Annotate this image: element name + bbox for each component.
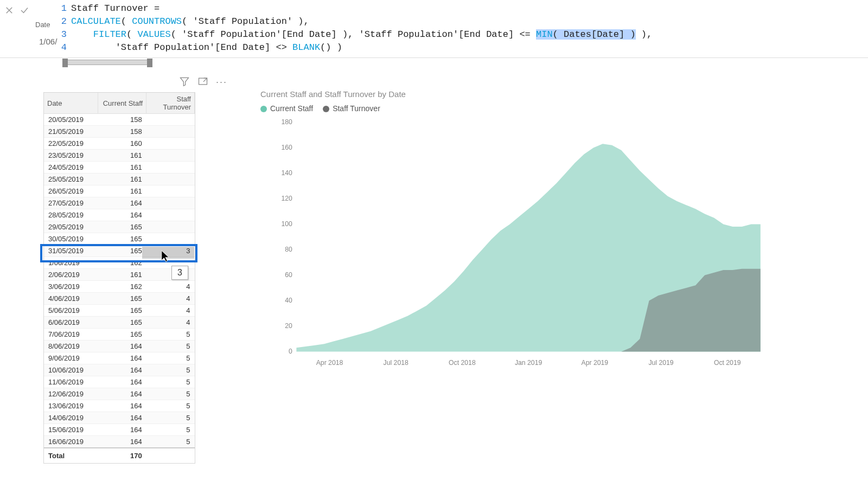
table-row[interactable]: 15/06/20191645 — [44, 424, 195, 436]
table-row[interactable]: 24/05/2019161 — [44, 162, 195, 174]
formula-bar[interactable]: 1Staff Turnover = 2CALCULATE( COUNTROWS(… — [0, 0, 868, 58]
svg-text:0: 0 — [289, 348, 292, 355]
table-row[interactable]: 4/06/20191654 — [44, 293, 195, 305]
table-row[interactable]: 20/05/2019158 — [44, 114, 195, 126]
filter-icon[interactable] — [179, 76, 190, 88]
svg-text:160: 160 — [281, 144, 292, 151]
axis-value-date: 1/06/ — [39, 37, 57, 46]
svg-text:Jul 2018: Jul 2018 — [384, 359, 409, 367]
svg-text:180: 180 — [281, 118, 292, 126]
table-row[interactable]: 3/06/20191624 — [44, 281, 195, 293]
table-row[interactable]: 12/06/20191645 — [44, 388, 195, 400]
table-row[interactable]: 23/05/2019161 — [44, 150, 195, 162]
table-row[interactable]: 26/05/2019161 — [44, 185, 195, 197]
legend-label-turnover: Staff Turnover — [333, 104, 380, 113]
svg-text:Apr 2018: Apr 2018 — [316, 359, 343, 367]
table-row[interactable]: 13/06/20191645 — [44, 400, 195, 412]
table-row[interactable]: 6/06/20191654 — [44, 317, 195, 329]
table-row[interactable]: 21/05/2019158 — [44, 126, 195, 138]
legend-swatch-turnover — [323, 106, 329, 112]
table-row[interactable]: 25/05/2019161 — [44, 174, 195, 185]
date-slider[interactable] — [64, 60, 151, 65]
svg-text:80: 80 — [285, 246, 292, 253]
svg-text:120: 120 — [281, 195, 292, 202]
chart-title: Current Staff and Staff Turnover by Date — [260, 89, 792, 99]
table-row[interactable]: 5/06/20191654 — [44, 305, 195, 317]
svg-text:Oct 2019: Oct 2019 — [714, 359, 741, 367]
svg-text:Jul 2019: Jul 2019 — [648, 359, 673, 367]
legend-swatch-current — [260, 106, 267, 112]
svg-text:Apr 2019: Apr 2019 — [582, 359, 609, 367]
table-row[interactable]: 8/06/20191645 — [44, 341, 195, 352]
table-row[interactable]: 22/05/2019160 — [44, 138, 195, 150]
svg-text:40: 40 — [285, 297, 292, 304]
table-row[interactable]: 28/05/2019164 — [44, 209, 195, 221]
table-row[interactable]: 30/05/2019165 — [44, 233, 195, 245]
svg-text:100: 100 — [281, 220, 292, 228]
commit-icon[interactable] — [20, 5, 29, 17]
table-row[interactable]: 14/06/20191645 — [44, 412, 195, 424]
more-options-icon[interactable]: ··· — [216, 76, 227, 88]
table-row[interactable]: 10/06/20191645 — [44, 364, 195, 376]
table-header-row: Date Current Staff Staff Turnover — [44, 93, 195, 114]
col-staff-turnover[interactable]: Staff Turnover — [146, 93, 195, 114]
table-row[interactable]: 11/06/20191645 — [44, 376, 195, 388]
svg-text:Jan 2019: Jan 2019 — [515, 359, 542, 367]
col-date[interactable]: Date — [44, 93, 98, 114]
dax-code[interactable]: 1Staff Turnover = 2CALCULATE( COUNTROWS(… — [57, 2, 868, 57]
col-current-staff[interactable]: Current Staff — [98, 93, 146, 114]
slider-handle-left[interactable] — [62, 59, 68, 67]
axis-label-date: Date — [35, 21, 50, 29]
svg-text:140: 140 — [281, 169, 292, 177]
legend-label-current: Current Staff — [270, 104, 313, 113]
slider-handle-right[interactable] — [147, 59, 152, 67]
chart-legend: Current Staff Staff Turnover — [260, 104, 792, 113]
cell-tooltip: 3 — [171, 266, 188, 280]
table-row[interactable]: 9/06/20191645 — [44, 352, 195, 364]
svg-text:60: 60 — [285, 271, 292, 279]
cancel-icon[interactable] — [4, 5, 14, 17]
table-row[interactable]: 7/06/20191655 — [44, 329, 195, 341]
svg-text:20: 20 — [285, 322, 292, 330]
table-row[interactable]: 31/05/20191653 — [44, 245, 195, 257]
mouse-cursor-icon — [161, 249, 170, 264]
svg-text:Oct 2018: Oct 2018 — [449, 359, 476, 367]
table-row[interactable]: 27/05/2019164 — [44, 197, 195, 209]
table-row[interactable]: 16/06/20191645 — [44, 436, 195, 448]
area-chart-visual[interactable]: Current Staff and Staff Turnover by Date… — [260, 89, 792, 372]
table-row[interactable]: 29/05/2019165 — [44, 221, 195, 233]
table-total-row: Total 170 — [44, 448, 195, 464]
focus-mode-icon[interactable] — [197, 76, 208, 88]
